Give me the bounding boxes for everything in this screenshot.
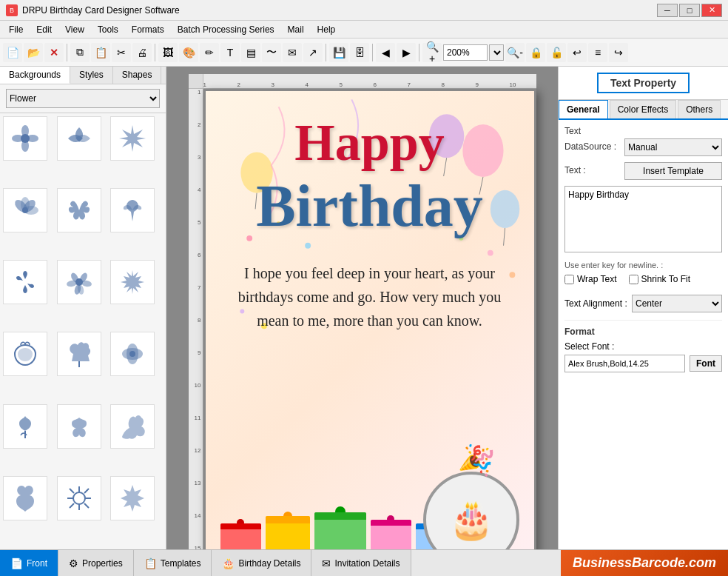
delete-button[interactable]: ✕ [44, 43, 64, 62]
shape-10[interactable] [3, 332, 47, 376]
text-button[interactable]: T [220, 43, 240, 62]
forward-button[interactable]: ↪ [609, 43, 628, 62]
ruler-tick: 9 [476, 81, 479, 88]
shape-2[interactable] [57, 116, 101, 161]
datasource-select[interactable]: Manual [624, 138, 722, 156]
copy-button[interactable]: ⧉ [70, 43, 90, 62]
image-button[interactable]: 🖼 [158, 43, 178, 62]
lines-button[interactable]: ≡ [588, 43, 607, 62]
bottom-bar: 📄 Front ⚙ Properties 📋 Templates 🎂 Birth… [0, 549, 728, 576]
format-label: Format [564, 326, 722, 337]
svg-point-1 [21, 125, 29, 137]
shape-3[interactable] [110, 116, 155, 161]
email-button[interactable]: ✉ [283, 43, 302, 62]
undo-button[interactable]: ↩ [567, 43, 587, 62]
menu-batch[interactable]: Batch Processing Series [172, 23, 280, 36]
db-button[interactable]: 💾 [329, 43, 348, 62]
toolbar-sep-4 [372, 44, 373, 61]
arrow-button[interactable]: ↗ [303, 43, 323, 62]
shape-5[interactable] [57, 188, 101, 232]
color-button[interactable]: 🎨 [179, 43, 198, 62]
shape-7[interactable] [3, 260, 47, 304]
ruler-top: 1 2 3 4 5 6 7 8 9 10 [189, 74, 536, 89]
zoom-box: ▼ [443, 44, 504, 61]
ruler-tick: 8 [442, 81, 445, 88]
alignment-select[interactable]: Center [632, 295, 722, 312]
next-button[interactable]: ▶ [397, 43, 416, 62]
menu-edit[interactable]: Edit [30, 23, 58, 36]
menu-bar: File Edit View Tools Formats Batch Proce… [0, 21, 728, 38]
shape-1[interactable] [3, 116, 47, 161]
menu-file[interactable]: File [3, 23, 29, 36]
db2-button[interactable]: 🗄 [350, 43, 369, 62]
barcode-button[interactable]: ▤ [241, 43, 260, 62]
close-button[interactable]: ✕ [701, 4, 722, 17]
shape-15[interactable] [110, 404, 155, 449]
tab-shapes[interactable]: Shapes [113, 67, 162, 84]
prev-button[interactable]: ◀ [376, 43, 395, 62]
shape-12[interactable] [110, 332, 155, 376]
font-input[interactable] [564, 355, 685, 372]
tab-others[interactable]: Others [678, 100, 721, 118]
svg-point-4 [27, 135, 38, 142]
tab-general[interactable]: General [559, 100, 608, 118]
shape-8[interactable] [57, 260, 101, 304]
menu-tools[interactable]: Tools [92, 23, 124, 36]
minimize-button[interactable]: ─ [657, 4, 678, 17]
wrap-text-checkbox[interactable] [564, 275, 574, 284]
tab-backgrounds[interactable]: Backgrounds [0, 67, 70, 84]
maximize-button[interactable]: □ [679, 4, 700, 17]
zoom-out-button[interactable]: 🔍- [505, 43, 525, 62]
wave-button[interactable]: 〜 [262, 43, 281, 62]
shape-6[interactable] [110, 188, 155, 232]
app-icon: B [6, 4, 18, 16]
shape-17[interactable] [57, 476, 101, 520]
tab-invitation-details[interactable]: ✉ Invitation Details [311, 550, 411, 576]
tab-front[interactable]: 📄 Front [0, 550, 58, 576]
tab-templates[interactable]: 📋 Templates [134, 550, 212, 576]
open-button[interactable]: 📂 [24, 43, 43, 62]
category-dropdown[interactable]: Flower [6, 89, 160, 108]
canvas-area[interactable]: 1 2 3 4 5 6 7 8 9 10 1 2 3 4 [166, 67, 558, 549]
lock2-button[interactable]: 🔓 [547, 43, 566, 62]
insert-template-button[interactable]: Insert Template [624, 162, 722, 180]
tab-color-effects[interactable]: Color Effects [610, 100, 676, 118]
title-bar: B DRPU Birthday Card Designer Software ─… [0, 0, 728, 21]
shape-18[interactable] [110, 476, 155, 520]
toolbar-sep-3 [326, 44, 326, 61]
birthday-text: Birthday [256, 173, 483, 240]
wrap-text-label: Wrap Text [577, 274, 617, 284]
menu-view[interactable]: View [59, 23, 90, 36]
right-panel: Text Property General Color Effects Othe… [558, 67, 728, 549]
shrink-fit-checkbox[interactable] [629, 275, 638, 284]
new-button[interactable]: 📄 [3, 43, 22, 62]
tab-styles[interactable]: Styles [70, 67, 113, 84]
shape-11[interactable] [57, 332, 101, 376]
text-content-area[interactable]: Happy Birthday [564, 186, 722, 252]
lock-button[interactable]: 🔒 [526, 43, 545, 62]
menu-mail[interactable]: Mail [282, 23, 310, 36]
print-button[interactable]: 🖨 [132, 43, 152, 62]
shape-9[interactable] [110, 260, 155, 304]
font-button[interactable]: Font [690, 355, 722, 372]
ruler-tick-v: 15 [195, 545, 201, 549]
paste-button[interactable]: 📋 [91, 43, 110, 62]
shape-13[interactable] [3, 404, 47, 449]
zoom-input[interactable] [443, 44, 488, 61]
pencil-button[interactable]: ✏ [200, 43, 219, 62]
toolbar-sep-1 [67, 44, 67, 61]
title-bar-controls[interactable]: ─ □ ✕ [657, 4, 722, 17]
cut-button[interactable]: ✂ [112, 43, 131, 62]
shape-14[interactable] [57, 404, 101, 449]
tab-birthday-details[interactable]: 🎂 Birthday Details [212, 550, 311, 576]
poem-text: I hope you feel deep in your heart, as y… [229, 261, 510, 332]
menu-formats[interactable]: Formats [126, 23, 170, 36]
shape-4[interactable] [3, 188, 47, 232]
tab-properties[interactable]: ⚙ Properties [58, 550, 134, 576]
zoom-in-button[interactable]: 🔍+ [422, 43, 442, 62]
menu-help[interactable]: Help [311, 23, 342, 36]
canvas-wrapper: 1 2 3 4 5 6 7 8 9 10 1 2 3 4 [189, 74, 536, 549]
zoom-select[interactable]: ▼ [489, 44, 504, 61]
gift-2 [266, 516, 310, 549]
shape-16[interactable] [3, 476, 47, 520]
